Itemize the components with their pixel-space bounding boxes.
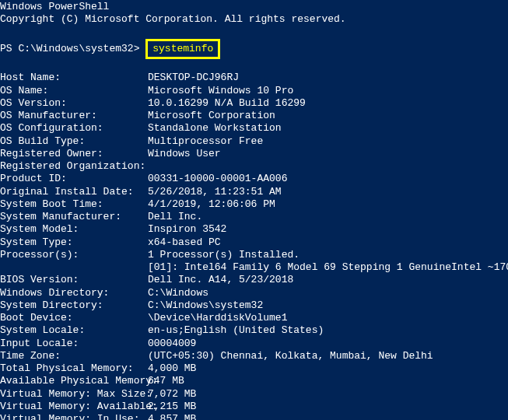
row-label: Processor(s): — [0, 249, 148, 261]
output-row: OS Name:Microsoft Windows 10 Pro — [0, 85, 508, 97]
row-label: System Model: — [0, 223, 148, 236]
row-label: OS Version: — [0, 97, 148, 110]
row-label: Available Physical Memory: — [0, 375, 148, 387]
output-row: OS Version:10.0.16299 N/A Build 16299 — [0, 97, 508, 110]
row-value: C:\Windows — [148, 287, 208, 299]
output-row: Original Install Date:5/26/2018, 11:23:5… — [0, 186, 508, 198]
row-label: OS Manufacturer: — [0, 110, 148, 122]
row-value: C:\Windows\system32 — [148, 299, 263, 311]
row-value: 7,072 MB — [148, 388, 196, 400]
output-row: Product ID:00331-10000-00001-AA006 — [0, 173, 508, 185]
row-label: System Locale: — [0, 324, 148, 337]
row-label: Virtual Memory: In Use: — [0, 413, 148, 420]
row-value: 00331-10000-00001-AA006 — [148, 173, 287, 184]
row-value: Standalone Workstation — [148, 122, 282, 134]
row-value: DESKTOP-DCJ96RJ — [148, 72, 239, 83]
row-label: Host Name: — [0, 72, 148, 84]
row-value: 5/26/2018, 11:23:51 AM — [148, 186, 282, 198]
row-label: Registered Organization: — [0, 160, 148, 173]
row-label: System Type: — [0, 236, 148, 249]
row-value: x64-based PC — [148, 236, 221, 248]
output-row: System Directory:C:\Windows\system32 — [0, 299, 508, 312]
output-row: [01]: Intel64 Family 6 Model 69 Stepping… — [0, 261, 508, 274]
row-label: OS Build Type: — [0, 135, 148, 148]
row-value: Inspiron 3542 — [148, 223, 226, 235]
row-value: 4,000 MB — [148, 362, 196, 374]
output-row: Windows Directory:C:\Windows — [0, 287, 508, 299]
output-row: System Model:Inspiron 3542 — [0, 223, 508, 236]
output-row: Virtual Memory: Available:2,215 MB — [0, 401, 508, 413]
copyright: Copyright (C) Microsoft Corporation. All… — [0, 13, 508, 26]
output-row: System Manufacturer:Dell Inc. — [0, 211, 508, 223]
app-title: Windows PowerShell — [0, 1, 508, 13]
row-label: Product ID: — [0, 173, 148, 185]
output-row: BIOS Version:Dell Inc. A14, 5/23/2018 — [0, 274, 508, 286]
row-label: Input Locale: — [0, 338, 148, 350]
row-label: OS Name: — [0, 85, 148, 97]
row-value: 1 Processor(s) Installed. — [148, 249, 300, 261]
output-row: System Boot Time:4/1/2019, 12:06:06 PM — [0, 198, 508, 211]
row-value: \Device\HarddiskVolume1 — [148, 312, 287, 324]
row-label: Registered Owner: — [0, 148, 148, 160]
row-label: System Directory: — [0, 299, 148, 312]
row-value: 00004009 — [148, 338, 196, 349]
row-label: Boot Device: — [0, 312, 148, 324]
systeminfo-output: Host Name:DESKTOP-DCJ96RJOS Name:Microso… — [0, 72, 508, 420]
row-label: Original Install Date: — [0, 186, 148, 198]
output-row: Available Physical Memory:647 MB — [0, 375, 508, 387]
row-label: BIOS Version: — [0, 274, 148, 286]
blank-line — [0, 59, 508, 72]
row-label: System Manufacturer: — [0, 211, 148, 223]
output-row: Processor(s):1 Processor(s) Installed. — [0, 249, 508, 261]
row-value: 647 MB — [148, 375, 184, 387]
output-row: System Type:x64-based PC — [0, 236, 508, 249]
row-label: OS Configuration: — [0, 122, 148, 135]
prompt-path: PS C:\Windows\system32> — [0, 43, 145, 54]
row-label: System Boot Time: — [0, 198, 148, 211]
output-row: Boot Device:\Device\HarddiskVolume1 — [0, 312, 508, 324]
prompt-line[interactable]: PS C:\Windows\system32> systeminfo — [0, 39, 508, 59]
row-label: Time Zone: — [0, 350, 148, 362]
output-row: Virtual Memory: Max Size:7,072 MB — [0, 388, 508, 401]
row-label: Virtual Memory: Max Size: — [0, 388, 148, 401]
output-row: Host Name:DESKTOP-DCJ96RJ — [0, 72, 508, 84]
output-row: Total Physical Memory:4,000 MB — [0, 362, 508, 375]
output-row: Registered Owner:Windows User — [0, 148, 508, 160]
row-value: Multiprocessor Free — [148, 135, 263, 147]
row-value: en-us;English (United States) — [148, 324, 324, 336]
output-row: OS Build Type:Multiprocessor Free — [0, 135, 508, 148]
row-label: Windows Directory: — [0, 287, 148, 299]
command-highlighted: systeminfo — [145, 39, 220, 59]
row-value: Microsoft Windows 10 Pro — [148, 85, 293, 96]
row-value: 4,857 MB — [148, 413, 196, 420]
output-row: Registered Organization: — [0, 160, 508, 173]
output-row: Time Zone:(UTC+05:30) Chennai, Kolkata, … — [0, 350, 508, 362]
output-row: Input Locale:00004009 — [0, 338, 508, 350]
blank-line — [0, 26, 508, 39]
row-value: Dell Inc. A14, 5/23/2018 — [148, 274, 293, 285]
output-row: OS Configuration:Standalone Workstation — [0, 122, 508, 135]
row-value: (UTC+05:30) Chennai, Kolkata, Mumbai, Ne… — [148, 350, 433, 362]
row-value: Dell Inc. — [148, 211, 202, 222]
row-value: [01]: Intel64 Family 6 Model 69 Stepping… — [148, 261, 508, 273]
row-label: Total Physical Memory: — [0, 362, 148, 375]
output-row: System Locale:en-us;English (United Stat… — [0, 324, 508, 337]
output-row: OS Manufacturer:Microsoft Corporation — [0, 110, 508, 122]
output-row: Virtual Memory: In Use:4,857 MB — [0, 413, 508, 420]
row-value: 4/1/2019, 12:06:06 PM — [148, 198, 275, 210]
row-label: Virtual Memory: Available: — [0, 401, 148, 413]
row-value: Windows User — [148, 148, 221, 159]
row-value: 2,215 MB — [148, 401, 196, 412]
row-value: 10.0.16299 N/A Build 16299 — [148, 97, 306, 109]
row-value: Microsoft Corporation — [148, 110, 275, 121]
